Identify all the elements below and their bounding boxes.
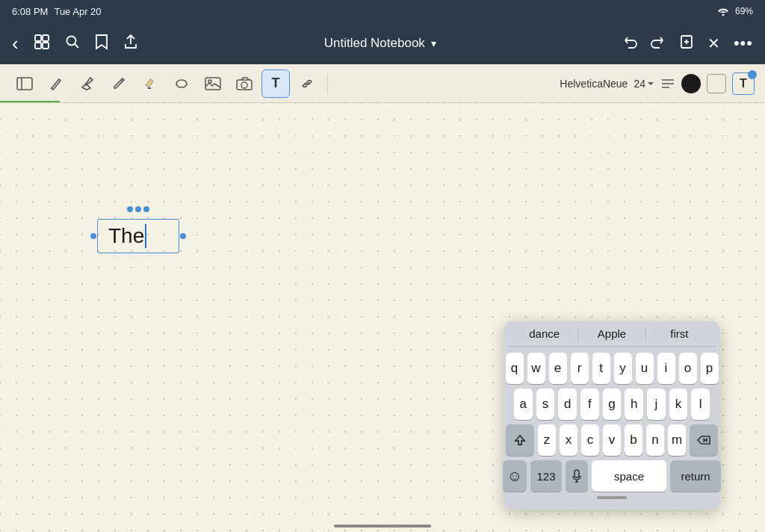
status-date: Tue Apr 20 <box>54 6 101 17</box>
status-bar: 6:08 PM Tue Apr 20 69% <box>0 0 765 22</box>
svg-point-13 <box>176 80 187 87</box>
text-tool-label: T <box>272 75 280 91</box>
key-a[interactable]: a <box>514 389 533 420</box>
mic-key[interactable] <box>566 460 588 492</box>
redo-button[interactable] <box>651 34 666 53</box>
camera-tool[interactable] <box>230 69 258 98</box>
text-tool[interactable]: T <box>261 69 290 98</box>
title-chevron: ▾ <box>431 37 436 49</box>
space-key[interactable]: space <box>592 460 666 492</box>
suggestions-row: dance Apple first <box>508 327 716 347</box>
svg-rect-3 <box>43 43 49 49</box>
toolbar: T HelveticaNeue 24 T <box>0 64 765 103</box>
pencil-tool[interactable] <box>105 69 133 98</box>
num-key[interactable]: 123 <box>530 460 562 492</box>
svg-line-11 <box>121 80 123 81</box>
text-handle-left <box>90 233 96 239</box>
sidebar-toggle[interactable] <box>10 69 39 98</box>
canvas[interactable]: The dance Apple first q w e r t y u i o … <box>0 103 765 532</box>
wifi-icon <box>717 7 729 16</box>
suggestion-2[interactable]: Apple <box>578 327 645 340</box>
key-q[interactable]: q <box>506 353 524 384</box>
add-page-button[interactable] <box>679 34 694 53</box>
suggestion-1[interactable]: dance <box>511 327 578 340</box>
svg-line-5 <box>75 44 78 48</box>
text-cursor <box>145 224 146 248</box>
key-d[interactable]: d <box>558 389 577 420</box>
keyboard-row-4: ☺ 123 space return <box>508 460 716 492</box>
pen-tool[interactable] <box>42 69 70 98</box>
key-s[interactable]: s <box>536 389 555 420</box>
key-m[interactable]: m <box>668 424 686 456</box>
suggestion-3[interactable]: first <box>646 327 713 340</box>
svg-point-4 <box>66 36 75 45</box>
key-f[interactable]: f <box>580 389 599 420</box>
key-g[interactable]: g <box>603 389 622 420</box>
nav-bar: ‹ Untitled Notebook <box>0 22 765 64</box>
key-h[interactable]: h <box>625 389 643 420</box>
key-j[interactable]: j <box>647 389 666 420</box>
delete-key[interactable] <box>690 424 718 456</box>
key-r[interactable]: r <box>571 353 589 384</box>
svg-rect-1 <box>43 35 49 41</box>
svg-rect-2 <box>35 43 41 49</box>
key-x[interactable]: x <box>560 424 577 456</box>
key-o[interactable]: o <box>679 353 697 384</box>
keyboard-row-3: z x c v b n m <box>508 424 716 456</box>
align-icon[interactable] <box>660 78 675 90</box>
status-battery: 69% <box>735 6 753 16</box>
typed-text: The <box>108 224 144 248</box>
text-handle-right <box>180 233 186 239</box>
emoji-key[interactable]: ☺ <box>503 460 527 492</box>
close-button[interactable]: ✕ <box>707 34 720 52</box>
font-size[interactable]: 24 <box>634 78 654 90</box>
fill-picker[interactable] <box>707 74 726 93</box>
eraser-tool[interactable] <box>73 69 102 98</box>
shift-key[interactable] <box>506 424 534 456</box>
grid-button[interactable] <box>34 34 50 54</box>
lasso-tool[interactable] <box>167 69 196 98</box>
key-c[interactable]: c <box>581 424 599 456</box>
text-handle-top <box>127 206 149 212</box>
key-w[interactable]: w <box>527 353 545 384</box>
svg-rect-23 <box>574 470 579 477</box>
highlighter-tool[interactable] <box>136 69 164 98</box>
key-i[interactable]: i <box>657 353 675 384</box>
key-p[interactable]: p <box>701 353 719 384</box>
toolbar-separator-1 <box>327 73 328 94</box>
return-key[interactable]: return <box>670 460 721 492</box>
search-button[interactable] <box>65 34 80 53</box>
keyboard-row-2: a s d f g h j k l <box>508 389 716 420</box>
key-z[interactable]: z <box>538 424 556 456</box>
key-u[interactable]: u <box>636 353 654 384</box>
status-time: 6:08 PM <box>12 6 48 17</box>
svg-rect-0 <box>35 35 41 41</box>
key-y[interactable]: y <box>614 353 632 384</box>
key-e[interactable]: e <box>549 353 567 384</box>
font-name[interactable]: HelveticaNeue <box>560 78 628 90</box>
bookmark-button[interactable] <box>95 34 108 54</box>
svg-point-17 <box>241 82 247 88</box>
more-button[interactable]: ••• <box>734 34 753 53</box>
text-badge <box>748 70 757 79</box>
home-indicator <box>334 525 431 528</box>
keyboard: dance Apple first q w e r t y u i o p a … <box>504 321 720 510</box>
share-button[interactable] <box>123 34 138 54</box>
notebook-title[interactable]: Untitled Notebook <box>324 36 425 51</box>
image-tool[interactable] <box>199 69 227 98</box>
keyboard-handle <box>508 496 716 499</box>
color-picker[interactable] <box>681 74 701 93</box>
key-k[interactable]: k <box>669 389 688 420</box>
text-box[interactable]: The <box>97 219 179 253</box>
keyboard-row-1: q w e r t y u i o p <box>508 353 716 384</box>
text-content: The <box>108 224 146 248</box>
key-l[interactable]: l <box>691 389 710 420</box>
key-b[interactable]: b <box>625 424 642 456</box>
back-button[interactable]: ‹ <box>12 32 19 55</box>
text-style-button[interactable]: T <box>732 72 755 95</box>
undo-button[interactable] <box>622 34 637 53</box>
link-tool[interactable] <box>293 69 321 98</box>
key-v[interactable]: v <box>603 424 621 456</box>
key-t[interactable]: t <box>592 353 610 384</box>
key-n[interactable]: n <box>646 424 664 456</box>
